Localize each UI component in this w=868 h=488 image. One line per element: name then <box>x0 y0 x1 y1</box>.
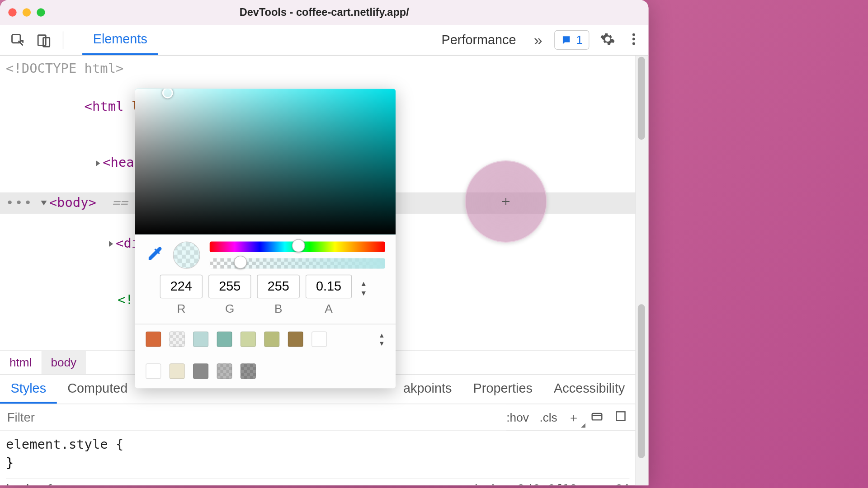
subtab-breakpoints[interactable]: akpoints <box>392 375 462 404</box>
swatch-palette: ▲▼ <box>146 332 385 379</box>
kebab-menu-icon[interactable] <box>626 31 642 49</box>
alpha-handle[interactable] <box>234 256 247 269</box>
g-input[interactable] <box>208 275 251 298</box>
crosshair-icon <box>504 200 508 203</box>
saturation-value-area[interactable] <box>135 89 396 234</box>
subtab-accessibility[interactable]: Accessibility <box>543 375 636 404</box>
styles-pane[interactable]: element.style { } index.8d6c6f18.css:64 … <box>0 431 636 485</box>
color-picker: R G B A ▲▼ <box>135 89 396 388</box>
subtab-properties[interactable]: Properties <box>462 375 543 404</box>
panel-tabs: Elements Performance » <box>82 25 549 55</box>
b-input[interactable] <box>257 275 300 298</box>
issues-count: 1 <box>576 33 583 47</box>
color-mode-toggle[interactable]: ▲▼ <box>360 279 367 297</box>
swatch[interactable] <box>288 332 303 347</box>
palette-toggle[interactable]: ▲▼ <box>378 332 385 347</box>
separator <box>63 31 63 49</box>
subtab-styles[interactable]: Styles <box>0 375 57 404</box>
scroll-thumb[interactable] <box>638 304 645 458</box>
inspect-element-icon[interactable] <box>7 29 28 51</box>
eyedropper-icon[interactable] <box>146 245 163 265</box>
more-tabs-icon[interactable]: » <box>527 31 549 49</box>
cls-toggle[interactable]: .cls <box>539 411 557 424</box>
crumb-body[interactable]: body <box>41 351 86 374</box>
hue-slider[interactable] <box>210 241 385 252</box>
filter-input[interactable] <box>0 404 506 431</box>
main-toolbar: Elements Performance » 1 <box>0 25 648 56</box>
computed-toggle-icon[interactable] <box>614 409 627 425</box>
swatch[interactable] <box>146 332 161 347</box>
paint-flash-icon[interactable] <box>590 409 604 425</box>
swatch[interactable] <box>170 332 185 347</box>
titlebar: DevTools - coffee-cart.netlify.app/ <box>0 0 648 25</box>
new-rule-button[interactable]: ＋◢ <box>568 409 580 425</box>
device-toggle-icon[interactable] <box>33 29 54 51</box>
r-input[interactable] <box>160 275 203 298</box>
svg-point-5 <box>632 42 635 45</box>
swatch[interactable] <box>217 363 232 379</box>
alpha-slider[interactable] <box>210 258 385 269</box>
rule-element-style[interactable]: element.style { } <box>6 436 629 473</box>
issues-badge[interactable]: 1 <box>554 30 589 50</box>
source-link[interactable]: index.8d6c6f18.css:64 <box>472 481 630 485</box>
hue-handle[interactable] <box>292 239 305 252</box>
window-title: DevTools - coffee-cart.netlify.app/ <box>0 6 648 19</box>
expand-down-icon[interactable] <box>41 201 47 205</box>
tab-performance[interactable]: Performance <box>431 25 527 55</box>
swatch[interactable] <box>170 363 185 379</box>
swatch[interactable] <box>241 332 256 347</box>
crumb-html[interactable]: html <box>0 351 41 374</box>
subtab-computed[interactable]: Computed <box>57 375 138 404</box>
svg-rect-6 <box>592 413 602 420</box>
svg-point-3 <box>632 33 635 36</box>
swatch[interactable] <box>241 363 256 379</box>
devtools-window: DevTools - coffee-cart.netlify.app/ Elem… <box>0 0 648 485</box>
swatch[interactable] <box>193 363 208 379</box>
more-icon[interactable]: ••• <box>6 194 33 213</box>
sv-handle[interactable] <box>162 89 173 98</box>
swatch[interactable] <box>217 332 232 347</box>
swatch[interactable] <box>146 363 161 379</box>
color-preview <box>173 241 200 268</box>
settings-icon[interactable] <box>600 31 615 49</box>
expand-icon[interactable] <box>109 241 113 247</box>
scrollbar[interactable] <box>636 56 649 485</box>
rule-body-index[interactable]: index.8d6c6f18.css:64 body { font-size: … <box>6 481 629 485</box>
svg-rect-7 <box>616 412 625 420</box>
svg-rect-1 <box>38 35 46 45</box>
swatch[interactable] <box>264 332 279 347</box>
eyedropper-magnifier[interactable] <box>465 160 547 243</box>
filter-row: :hov .cls ＋◢ <box>0 404 636 431</box>
swatch[interactable] <box>193 332 208 347</box>
scroll-thumb[interactable] <box>638 57 645 140</box>
expand-icon[interactable] <box>96 161 100 167</box>
hov-toggle[interactable]: :hov <box>506 411 529 424</box>
a-input[interactable] <box>306 275 352 298</box>
svg-point-4 <box>632 38 635 40</box>
dom-doctype[interactable]: <!DOCTYPE html> <box>6 59 629 78</box>
swatch[interactable] <box>311 332 327 347</box>
tab-elements[interactable]: Elements <box>82 25 158 55</box>
